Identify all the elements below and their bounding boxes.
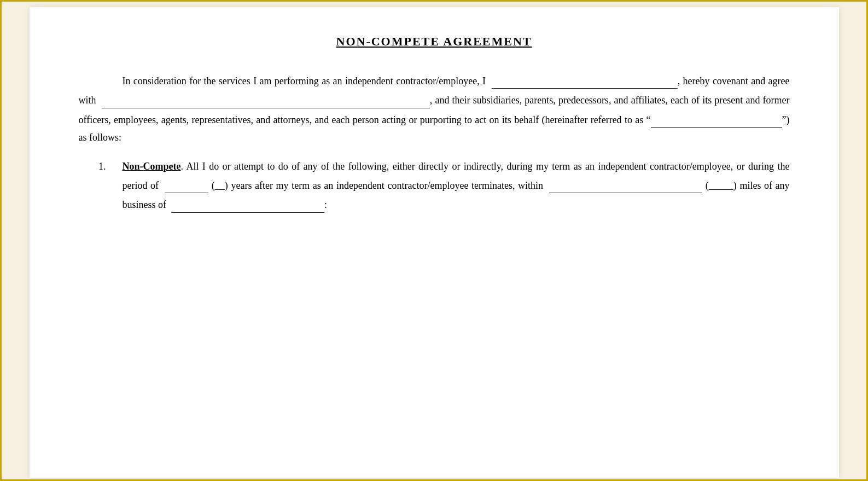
section-1-text4: : [324,199,327,210]
section-1-text2: (__) years after my term as an independe… [212,180,543,191]
blank-referred [651,109,782,128]
section-1-heading: Non-Compete [123,161,181,172]
intro-paragraph: In consideration for the services I am p… [79,71,790,147]
blank-location [549,175,702,193]
blank-name [492,71,678,89]
blank-business [171,194,324,212]
document-title: NON-COMPETE AGREEMENT [79,34,790,49]
intro-text-1: In consideration for the services I am p… [123,76,486,86]
blank-years-number [165,175,208,193]
document-body: In consideration for the services I am p… [79,71,790,214]
blank-company [102,90,430,108]
section-1: 1. Non-Compete. All I do or attempt to d… [79,158,790,214]
section-1-content: Non-Compete. All I do or attempt to do o… [123,158,790,214]
page-container: NON-COMPETE AGREEMENT In consideration f… [0,0,868,481]
section-number-1: 1. [79,158,123,214]
document: NON-COMPETE AGREEMENT In consideration f… [30,7,839,478]
